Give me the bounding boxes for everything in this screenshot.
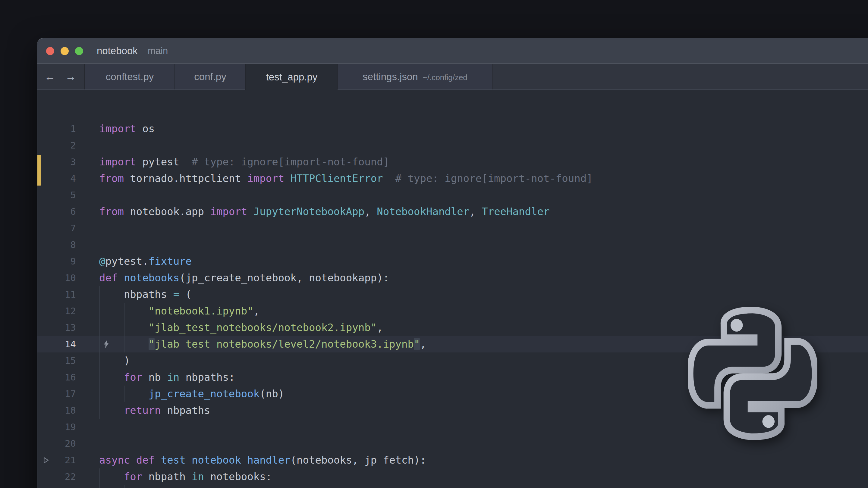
line-number[interactable]: 3 — [37, 154, 76, 170]
code-text: from tornado.httpclient import HTTPClien… — [99, 170, 593, 187]
code-text: from notebook.app import JupyterNotebook… — [99, 203, 550, 220]
line-number[interactable]: 22 — [37, 468, 76, 485]
line-number[interactable]: 1 — [37, 121, 76, 137]
code-text: "notebook1.ipynb", — [99, 303, 259, 319]
code-text: "jlab_test_notebooks/notebook2.ipynb", — [99, 319, 383, 336]
lightning-code-action-icon[interactable] — [102, 336, 110, 352]
code-text: nbpaths = ( — [99, 286, 192, 303]
code-row-6[interactable]: 6from notebook.app import JupyterNoteboo… — [37, 203, 868, 220]
code-row-15[interactable]: 15 ) — [37, 352, 868, 369]
code-row-20[interactable]: 20 — [37, 435, 868, 452]
code-row-4[interactable]: 4from tornado.httpclient import HTTPClie… — [37, 170, 868, 187]
line-number[interactable]: 10 — [37, 270, 76, 286]
breadcrumb[interactable]: tests/test_app.py›def notebooks — [37, 90, 868, 111]
code-row-8[interactable]: 8 — [37, 236, 868, 253]
indent-guide — [124, 485, 124, 488]
line-number[interactable]: 16 — [37, 369, 76, 386]
line-number[interactable]: 8 — [37, 236, 76, 253]
tab-bar-filler — [493, 64, 868, 90]
tab-test_app-py[interactable]: test_app.py — [245, 64, 338, 90]
code-row-1[interactable]: 1import os — [37, 121, 868, 137]
code-row-21[interactable]: 21async def test_notebook_handler(notebo… — [37, 452, 868, 468]
line-number[interactable]: 15 — [37, 352, 76, 369]
line-number[interactable]: 9 — [37, 253, 76, 270]
close-button[interactable] — [46, 47, 54, 55]
tab-conf-py[interactable]: conf.py — [175, 64, 245, 90]
code-row-18[interactable]: 18 return nbpaths — [37, 402, 868, 419]
code-row-17[interactable]: 17 jp_create_notebook(nb) — [37, 386, 868, 402]
line-number[interactable]: 7 — [37, 220, 76, 236]
code-row-5[interactable]: 5 — [37, 187, 868, 203]
code-row-10[interactable]: 10def notebooks(jp_create_notebook, note… — [37, 270, 868, 286]
line-number[interactable]: 6 — [37, 203, 76, 220]
minimize-button[interactable] — [61, 47, 69, 55]
code-text: import pytest # type: ignore[import-not-… — [99, 154, 389, 170]
line-number[interactable]: 19 — [37, 419, 76, 435]
tab-nav-buttons: ← → — [37, 64, 84, 90]
line-number[interactable]: 17 — [37, 386, 76, 402]
code-row-22[interactable]: 22 for nbpath in notebooks: — [37, 468, 868, 485]
code-text: async def test_notebook_handler(notebook… — [99, 452, 426, 468]
line-number[interactable]: 18 — [37, 402, 76, 419]
line-number[interactable]: 2 — [37, 137, 76, 154]
line-number[interactable]: 20 — [37, 435, 76, 452]
zed-editor-window: notebook main ← → conftest.pyconf.pytest… — [37, 38, 868, 488]
tab-label: settings.json — [363, 71, 418, 83]
tab-label: test_app.py — [266, 71, 318, 83]
code-row-11[interactable]: 11 nbpaths = ( — [37, 286, 868, 303]
code-text: ) — [99, 352, 130, 369]
code-text: return nbpaths — [99, 402, 210, 419]
code-text: "jlab_test_notebooks/level2/notebook3.ip… — [99, 336, 426, 352]
desktop-background: notebook main ← → conftest.pyconf.pytest… — [0, 0, 868, 488]
code-row-2[interactable]: 2 — [37, 137, 868, 154]
code-row-13[interactable]: 13 "jlab_test_notebooks/notebook2.ipynb"… — [37, 319, 868, 336]
tab-bar: ← → conftest.pyconf.pytest_app.pysetting… — [37, 64, 868, 90]
line-number[interactable]: 14 — [37, 336, 76, 352]
code-row-9[interactable]: 9@pytest.fixture — [37, 253, 868, 270]
line-number[interactable]: 13 — [37, 319, 76, 336]
line-number[interactable]: 11 — [37, 286, 76, 303]
line-number[interactable]: 4 — [37, 170, 76, 187]
title-bar: notebook main — [37, 38, 868, 64]
code-text: @pytest.fixture — [99, 253, 192, 270]
tab-conftest-py[interactable]: conftest.py — [84, 64, 175, 90]
back-arrow-icon[interactable]: ← — [44, 64, 56, 90]
tab-strip: conftest.pyconf.pytest_app.pysettings.js… — [84, 64, 493, 90]
code-text: jp_create_notebook(nb) — [99, 386, 284, 402]
tab-settings-json[interactable]: settings.json~/.config/zed — [338, 64, 493, 90]
code-text: for nbpath in notebooks: — [99, 468, 272, 485]
line-number[interactable]: 5 — [37, 187, 76, 203]
git-branch-label[interactable]: main — [148, 38, 168, 63]
code-row-14[interactable]: 14 "jlab_test_notebooks/level2/notebook3… — [37, 336, 868, 352]
code-editor[interactable]: 1import os23import pytest # type: ignore… — [37, 110, 868, 488]
code-row-7[interactable]: 7 — [37, 220, 868, 236]
code-row-16[interactable]: 16 for nb in nbpaths: — [37, 369, 868, 386]
forward-arrow-icon[interactable]: → — [65, 64, 76, 90]
code-row-19[interactable]: 19 — [37, 419, 868, 435]
tab-label: conf.py — [194, 71, 226, 83]
tab-detail: ~/.config/zed — [423, 73, 467, 82]
code-row-12[interactable]: 12 "notebook1.ipynb", — [37, 303, 868, 319]
line-number[interactable]: 12 — [37, 303, 76, 319]
code-row-3[interactable]: 3import pytest # type: ignore[import-not… — [37, 154, 868, 170]
tab-label: conftest.py — [106, 71, 154, 83]
zoom-button[interactable] — [75, 47, 83, 55]
code-text: def notebooks(jp_create_notebook, notebo… — [99, 270, 389, 286]
run-test-play-icon[interactable] — [43, 452, 50, 468]
code-text: import os — [99, 121, 155, 137]
code-text: for nb in nbpaths: — [99, 369, 235, 386]
window-title: notebook — [97, 38, 138, 63]
